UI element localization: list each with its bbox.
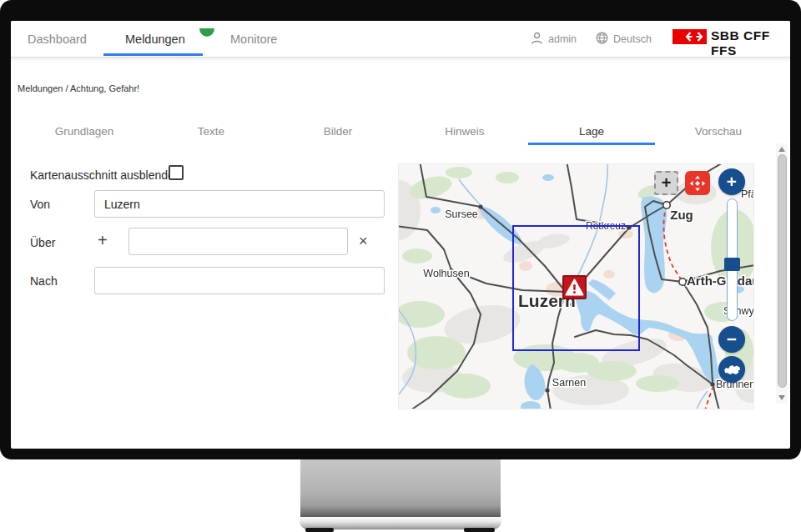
add-marker-button[interactable]: +	[654, 171, 678, 195]
monitor-foot-left	[305, 528, 334, 532]
zoom-in-button[interactable]: +	[718, 168, 745, 195]
top-navigation: Dashboard Meldungen Monitore admin Deuts…	[11, 21, 790, 57]
nach-input[interactable]	[94, 267, 385, 294]
map-label-pfaeffikon: Pfäffikon	[741, 188, 754, 200]
zoom-out-button[interactable]: −	[718, 326, 745, 353]
tab-grundlagen[interactable]: Grundlagen	[21, 119, 148, 144]
clear-via-button[interactable]: ×	[359, 233, 368, 249]
map-label-arth-goldau: Arth-Goldau	[687, 274, 754, 288]
map-label-sarnen: Sarnen	[552, 377, 586, 389]
add-via-button[interactable]: +	[98, 232, 108, 248]
language-menu[interactable]: Deutsch	[596, 29, 652, 49]
brand-wordmark: SBB CFF FFS	[711, 28, 790, 58]
breadcrumb: Meldungen / Achtung, Gefahr!	[18, 83, 139, 93]
tab-bar: Grundlagen Texte Bilder Hinweis Lage Vor…	[21, 119, 782, 144]
ueber-input[interactable]	[128, 228, 348, 255]
language-label: Deutsch	[613, 33, 652, 45]
nach-label: Nach	[30, 274, 58, 288]
zoom-slider-handle[interactable]	[724, 258, 740, 271]
move-arrows-icon	[689, 175, 706, 192]
globe-icon	[596, 32, 608, 47]
tab-vorschau[interactable]: Vorschau	[655, 119, 782, 144]
active-tab-underline	[528, 143, 655, 145]
map-canvas[interactable]: Sursee Wolhusen Rotkreuz Zug Arth-Goldau…	[398, 163, 754, 409]
reset-extent-switzerland-button[interactable]	[718, 356, 745, 383]
scrollbar-up-arrow-icon[interactable]	[778, 147, 785, 152]
scrollbar-down-arrow-icon[interactable]	[778, 395, 785, 400]
von-input[interactable]	[94, 190, 385, 218]
ueber-label: Über	[30, 236, 55, 249]
hide-map-label: Kartenausschnitt ausblenden	[30, 168, 181, 182]
nav-item-monitore[interactable]: Monitore	[230, 30, 277, 48]
user-icon	[531, 32, 543, 48]
app-window: Dashboard Meldungen Monitore admin Deuts…	[11, 21, 790, 449]
switzerland-shape-icon	[723, 364, 741, 375]
scrollbar-thumb[interactable]	[778, 154, 787, 388]
meldungen-status-badge-icon	[199, 28, 214, 37]
monitor-stand	[300, 459, 501, 517]
tab-texte[interactable]: Texte	[148, 119, 275, 144]
tab-lage[interactable]: Lage	[528, 119, 655, 144]
user-menu[interactable]: admin	[531, 29, 577, 49]
header-shadow	[11, 58, 790, 62]
map-label-zug: Zug	[670, 208, 693, 222]
pan-mode-button[interactable]	[685, 171, 710, 195]
von-label: Von	[30, 198, 50, 211]
user-name: admin	[548, 33, 577, 45]
active-nav-underline	[103, 53, 203, 56]
hide-map-checkbox[interactable]	[169, 165, 184, 180]
monitor-foot-right	[464, 528, 495, 532]
tab-hinweis[interactable]: Hinweis	[401, 119, 528, 144]
sbb-logo-icon	[673, 29, 707, 44]
screenshot-stage: Dashboard Meldungen Monitore admin Deuts…	[0, 0, 801, 532]
nav-item-dashboard[interactable]: Dashboard	[28, 30, 87, 48]
map-label-sursee: Sursee	[445, 208, 478, 220]
map-label-wolhusen: Wolhusen	[423, 268, 469, 279]
content-scrollbar[interactable]	[776, 143, 788, 404]
danger-warning-marker-icon[interactable]	[562, 275, 587, 299]
nav-item-meldungen[interactable]: Meldungen	[125, 30, 185, 48]
tab-bilder[interactable]: Bilder	[275, 119, 401, 144]
